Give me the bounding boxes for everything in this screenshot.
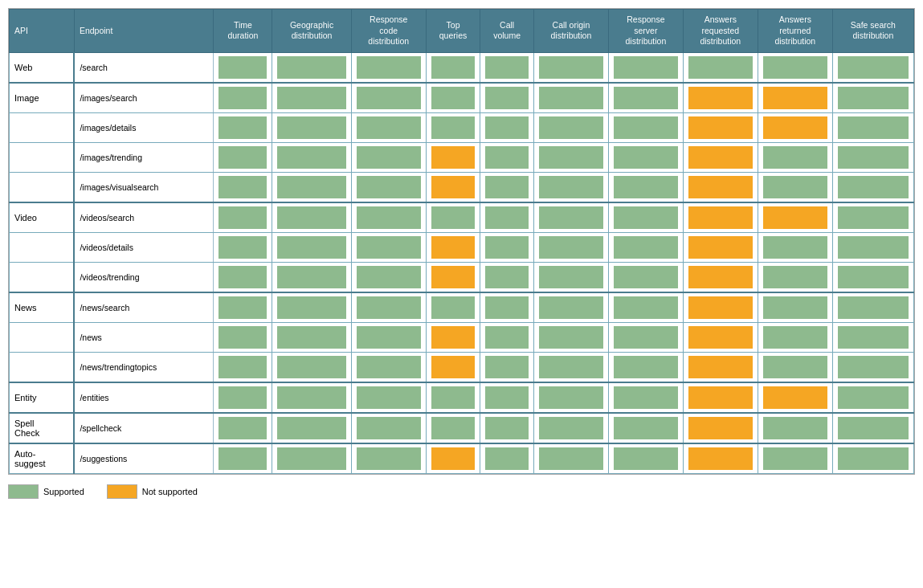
table-row: News/news/search	[10, 292, 914, 323]
data-cell	[608, 352, 683, 382]
data-cell	[758, 413, 832, 443]
table-row: Auto-suggest/suggestions	[10, 443, 914, 474]
data-cell	[758, 142, 832, 172]
data-cell	[214, 382, 272, 413]
api-cell	[10, 262, 75, 292]
data-cell	[683, 352, 758, 382]
data-cell	[758, 83, 832, 113]
data-cell	[272, 83, 351, 113]
data-cell	[608, 232, 683, 262]
data-cell	[272, 112, 351, 142]
data-cell	[758, 262, 832, 292]
data-cell	[351, 112, 426, 142]
data-cell	[272, 262, 351, 292]
endpoint-cell: /videos/trending	[74, 262, 213, 292]
table-row: Entity/entities	[10, 382, 914, 413]
data-cell	[480, 382, 534, 413]
data-cell	[533, 262, 608, 292]
data-cell	[758, 322, 832, 352]
data-cell	[214, 112, 272, 142]
col-safe-search: Safe searchdistribution	[832, 10, 913, 53]
api-cell: Web	[10, 52, 75, 83]
data-cell	[758, 232, 832, 262]
data-cell	[480, 352, 534, 382]
table-row: /videos/details	[10, 232, 914, 262]
endpoint-cell: /spellcheck	[74, 413, 213, 443]
data-cell	[214, 142, 272, 172]
data-cell	[480, 52, 534, 83]
data-cell	[608, 443, 683, 474]
data-cell	[533, 83, 608, 113]
data-cell	[426, 262, 480, 292]
data-cell	[758, 382, 832, 413]
data-cell	[214, 292, 272, 323]
data-cell	[480, 112, 534, 142]
table-row: /images/trending	[10, 142, 914, 172]
data-cell	[480, 172, 534, 202]
table-row: /images/details	[10, 112, 914, 142]
data-cell	[832, 322, 913, 352]
endpoint-cell: /images/search	[74, 83, 213, 113]
data-cell	[272, 202, 351, 233]
data-cell	[272, 382, 351, 413]
api-cell: Auto-suggest	[10, 443, 75, 474]
endpoint-cell: /images/visualsearch	[74, 172, 213, 202]
data-cell	[758, 443, 832, 474]
data-cell	[426, 172, 480, 202]
data-cell	[426, 413, 480, 443]
data-cell	[426, 232, 480, 262]
data-cell	[351, 262, 426, 292]
data-cell	[214, 322, 272, 352]
data-cell	[351, 142, 426, 172]
data-cell	[480, 413, 534, 443]
col-call-volume: Callvolume	[480, 10, 534, 53]
data-cell	[214, 52, 272, 83]
data-cell	[683, 382, 758, 413]
data-cell	[272, 352, 351, 382]
api-cell	[10, 112, 75, 142]
legend-yellow-box	[107, 484, 137, 499]
data-cell	[426, 292, 480, 323]
data-cell	[683, 262, 758, 292]
data-cell	[832, 262, 913, 292]
data-cell	[351, 413, 426, 443]
data-cell	[608, 142, 683, 172]
endpoint-cell: /videos/details	[74, 232, 213, 262]
data-cell	[214, 202, 272, 233]
data-cell	[608, 202, 683, 233]
data-cell	[533, 322, 608, 352]
data-cell	[272, 443, 351, 474]
data-cell	[832, 382, 913, 413]
legend: Supported Not supported	[8, 484, 915, 499]
data-cell	[683, 172, 758, 202]
data-cell	[683, 83, 758, 113]
data-cell	[832, 292, 913, 323]
data-cell	[683, 443, 758, 474]
data-cell	[272, 292, 351, 323]
data-cell	[214, 262, 272, 292]
table-row: /news/trendingtopics	[10, 352, 914, 382]
data-cell	[351, 352, 426, 382]
data-cell	[272, 413, 351, 443]
api-cell: Entity	[10, 382, 75, 413]
data-cell	[608, 172, 683, 202]
data-cell	[351, 322, 426, 352]
col-response-server: Responseserverdistribution	[608, 10, 683, 53]
data-cell	[214, 443, 272, 474]
endpoint-cell: /videos/search	[74, 202, 213, 233]
endpoint-cell: /images/trending	[74, 142, 213, 172]
data-cell	[533, 172, 608, 202]
col-api: API	[10, 10, 75, 53]
data-cell	[758, 52, 832, 83]
data-cell	[426, 52, 480, 83]
data-cell	[272, 172, 351, 202]
data-cell	[533, 413, 608, 443]
data-cell	[351, 83, 426, 113]
col-time-duration: Timeduration	[214, 10, 272, 53]
data-cell	[480, 262, 534, 292]
data-cell	[272, 52, 351, 83]
data-cell	[832, 52, 913, 83]
data-cell	[683, 322, 758, 352]
data-cell	[480, 202, 534, 233]
endpoint-cell: /images/details	[74, 112, 213, 142]
